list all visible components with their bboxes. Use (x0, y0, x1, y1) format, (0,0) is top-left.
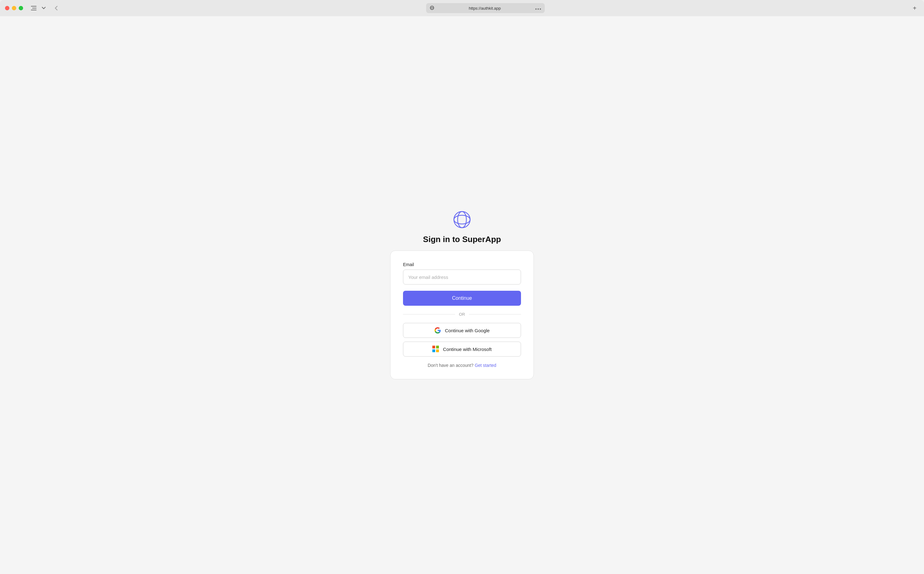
divider-text: OR (459, 312, 465, 317)
svg-point-8 (540, 8, 541, 9)
microsoft-icon (432, 345, 439, 353)
address-bar-container: https://authkit.app (64, 3, 907, 13)
maximize-button[interactable] (19, 6, 23, 10)
microsoft-button-label: Continue with Microsoft (443, 347, 492, 352)
url-text: https://authkit.app (436, 6, 534, 11)
divider: OR (403, 312, 521, 317)
email-label: Email (403, 262, 521, 267)
chevron-down-icon[interactable] (39, 4, 48, 13)
svg-point-9 (454, 211, 470, 228)
more-icon[interactable] (535, 5, 541, 11)
divider-line-left (403, 314, 455, 314)
svg-point-10 (458, 211, 466, 228)
globe-icon (430, 6, 434, 11)
new-tab-button[interactable]: + (910, 4, 919, 13)
sign-in-container: Sign in to SuperApp Email Continue OR (384, 205, 540, 386)
title-bar: https://authkit.app + (0, 0, 924, 16)
continue-button[interactable]: Continue (403, 291, 521, 306)
app-logo (453, 211, 471, 229)
sidebar-toggle-icon[interactable] (29, 4, 38, 13)
google-button-label: Continue with Google (445, 328, 490, 333)
sign-in-card: Email Continue OR (390, 251, 534, 379)
close-button[interactable] (5, 6, 9, 10)
back-button[interactable] (52, 4, 60, 13)
google-signin-button[interactable]: Continue with Google (403, 323, 521, 338)
divider-line-right (469, 314, 521, 314)
svg-point-7 (537, 8, 539, 9)
page-content: Sign in to SuperApp Email Continue OR (0, 16, 924, 574)
email-field-group: Email (403, 262, 521, 284)
traffic-lights (5, 6, 23, 10)
google-icon (434, 327, 441, 334)
svg-point-6 (535, 8, 537, 9)
svg-rect-2 (31, 9, 36, 10)
page-title: Sign in to SuperApp (423, 235, 501, 244)
browser-chrome: https://authkit.app + (0, 0, 924, 16)
microsoft-signin-button[interactable]: Continue with Microsoft (403, 342, 521, 356)
minimize-button[interactable] (12, 6, 16, 10)
toolbar-icons (29, 4, 48, 13)
email-input[interactable] (403, 270, 521, 284)
svg-rect-1 (32, 8, 36, 8)
svg-rect-0 (31, 6, 36, 6)
address-bar[interactable]: https://authkit.app (426, 3, 545, 13)
social-buttons-group: Continue with Google Continue with Micro… (403, 323, 521, 356)
svg-point-11 (454, 215, 470, 224)
get-started-link[interactable]: Get started (475, 363, 496, 368)
footer-text: Don't have an account? Get started (403, 363, 521, 368)
